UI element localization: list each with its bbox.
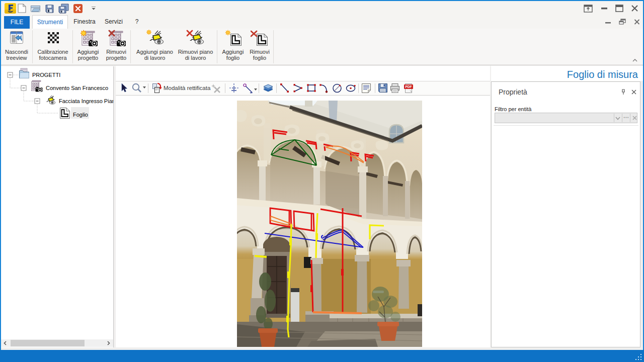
- svg-text:PDF: PDF: [406, 85, 412, 88]
